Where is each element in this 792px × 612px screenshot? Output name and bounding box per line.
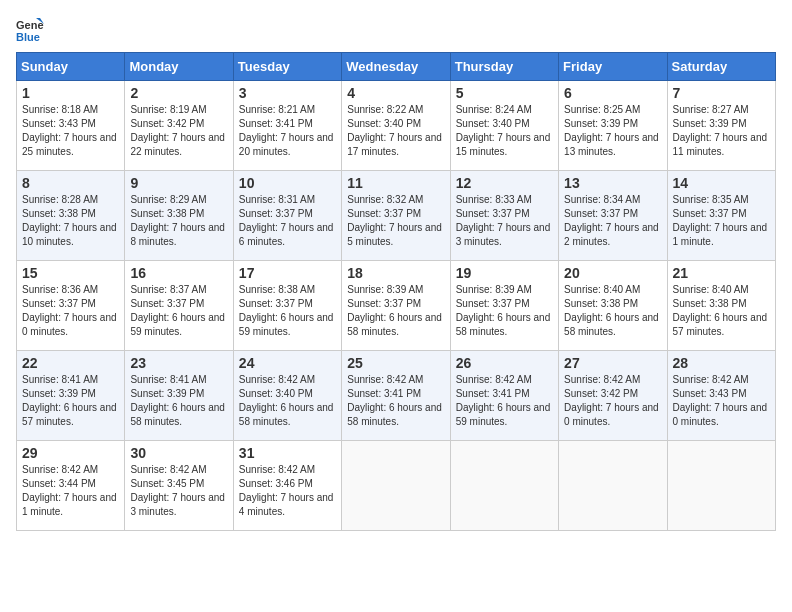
day-cell-12: 12Sunrise: 8:33 AMSunset: 3:37 PMDayligh… — [450, 171, 558, 261]
day-cell-17: 17Sunrise: 8:38 AMSunset: 3:37 PMDayligh… — [233, 261, 341, 351]
day-number: 10 — [239, 175, 336, 191]
day-number: 23 — [130, 355, 227, 371]
day-cell-13: 13Sunrise: 8:34 AMSunset: 3:37 PMDayligh… — [559, 171, 667, 261]
day-number: 30 — [130, 445, 227, 461]
day-info: Sunrise: 8:31 AMSunset: 3:37 PMDaylight:… — [239, 193, 336, 249]
day-number: 8 — [22, 175, 119, 191]
day-number: 3 — [239, 85, 336, 101]
day-info: Sunrise: 8:19 AMSunset: 3:42 PMDaylight:… — [130, 103, 227, 159]
week-row-2: 8Sunrise: 8:28 AMSunset: 3:38 PMDaylight… — [17, 171, 776, 261]
day-cell-2: 2Sunrise: 8:19 AMSunset: 3:42 PMDaylight… — [125, 81, 233, 171]
day-cell-20: 20Sunrise: 8:40 AMSunset: 3:38 PMDayligh… — [559, 261, 667, 351]
day-number: 28 — [673, 355, 770, 371]
svg-text:Blue: Blue — [16, 31, 40, 43]
day-cell-25: 25Sunrise: 8:42 AMSunset: 3:41 PMDayligh… — [342, 351, 450, 441]
day-info: Sunrise: 8:42 AMSunset: 3:42 PMDaylight:… — [564, 373, 661, 429]
header-day-tuesday: Tuesday — [233, 53, 341, 81]
header: General Blue — [16, 16, 776, 44]
day-number: 22 — [22, 355, 119, 371]
day-info: Sunrise: 8:35 AMSunset: 3:37 PMDaylight:… — [673, 193, 770, 249]
day-number: 27 — [564, 355, 661, 371]
day-cell-22: 22Sunrise: 8:41 AMSunset: 3:39 PMDayligh… — [17, 351, 125, 441]
day-cell-21: 21Sunrise: 8:40 AMSunset: 3:38 PMDayligh… — [667, 261, 775, 351]
day-cell-11: 11Sunrise: 8:32 AMSunset: 3:37 PMDayligh… — [342, 171, 450, 261]
header-day-monday: Monday — [125, 53, 233, 81]
empty-cell — [342, 441, 450, 531]
day-cell-8: 8Sunrise: 8:28 AMSunset: 3:38 PMDaylight… — [17, 171, 125, 261]
day-info: Sunrise: 8:32 AMSunset: 3:37 PMDaylight:… — [347, 193, 444, 249]
day-number: 9 — [130, 175, 227, 191]
week-row-3: 15Sunrise: 8:36 AMSunset: 3:37 PMDayligh… — [17, 261, 776, 351]
day-info: Sunrise: 8:29 AMSunset: 3:38 PMDaylight:… — [130, 193, 227, 249]
calendar-table: SundayMondayTuesdayWednesdayThursdayFrid… — [16, 52, 776, 531]
logo-icon: General Blue — [16, 16, 44, 44]
week-row-4: 22Sunrise: 8:41 AMSunset: 3:39 PMDayligh… — [17, 351, 776, 441]
day-number: 5 — [456, 85, 553, 101]
day-number: 19 — [456, 265, 553, 281]
empty-cell — [450, 441, 558, 531]
day-info: Sunrise: 8:18 AMSunset: 3:43 PMDaylight:… — [22, 103, 119, 159]
day-number: 20 — [564, 265, 661, 281]
day-info: Sunrise: 8:40 AMSunset: 3:38 PMDaylight:… — [673, 283, 770, 339]
day-cell-26: 26Sunrise: 8:42 AMSunset: 3:41 PMDayligh… — [450, 351, 558, 441]
day-number: 31 — [239, 445, 336, 461]
day-number: 2 — [130, 85, 227, 101]
day-number: 15 — [22, 265, 119, 281]
day-info: Sunrise: 8:27 AMSunset: 3:39 PMDaylight:… — [673, 103, 770, 159]
header-row: SundayMondayTuesdayWednesdayThursdayFrid… — [17, 53, 776, 81]
day-info: Sunrise: 8:39 AMSunset: 3:37 PMDaylight:… — [456, 283, 553, 339]
header-day-sunday: Sunday — [17, 53, 125, 81]
day-info: Sunrise: 8:40 AMSunset: 3:38 PMDaylight:… — [564, 283, 661, 339]
day-cell-24: 24Sunrise: 8:42 AMSunset: 3:40 PMDayligh… — [233, 351, 341, 441]
day-number: 16 — [130, 265, 227, 281]
empty-cell — [559, 441, 667, 531]
day-cell-31: 31Sunrise: 8:42 AMSunset: 3:46 PMDayligh… — [233, 441, 341, 531]
day-cell-29: 29Sunrise: 8:42 AMSunset: 3:44 PMDayligh… — [17, 441, 125, 531]
day-number: 25 — [347, 355, 444, 371]
day-cell-30: 30Sunrise: 8:42 AMSunset: 3:45 PMDayligh… — [125, 441, 233, 531]
day-info: Sunrise: 8:36 AMSunset: 3:37 PMDaylight:… — [22, 283, 119, 339]
day-info: Sunrise: 8:22 AMSunset: 3:40 PMDaylight:… — [347, 103, 444, 159]
day-number: 7 — [673, 85, 770, 101]
day-number: 14 — [673, 175, 770, 191]
day-number: 6 — [564, 85, 661, 101]
day-number: 18 — [347, 265, 444, 281]
day-cell-19: 19Sunrise: 8:39 AMSunset: 3:37 PMDayligh… — [450, 261, 558, 351]
day-info: Sunrise: 8:42 AMSunset: 3:43 PMDaylight:… — [673, 373, 770, 429]
logo: General Blue — [16, 16, 48, 44]
day-info: Sunrise: 8:34 AMSunset: 3:37 PMDaylight:… — [564, 193, 661, 249]
day-cell-5: 5Sunrise: 8:24 AMSunset: 3:40 PMDaylight… — [450, 81, 558, 171]
day-number: 12 — [456, 175, 553, 191]
day-info: Sunrise: 8:21 AMSunset: 3:41 PMDaylight:… — [239, 103, 336, 159]
day-cell-6: 6Sunrise: 8:25 AMSunset: 3:39 PMDaylight… — [559, 81, 667, 171]
day-cell-16: 16Sunrise: 8:37 AMSunset: 3:37 PMDayligh… — [125, 261, 233, 351]
day-info: Sunrise: 8:42 AMSunset: 3:46 PMDaylight:… — [239, 463, 336, 519]
day-cell-3: 3Sunrise: 8:21 AMSunset: 3:41 PMDaylight… — [233, 81, 341, 171]
day-number: 4 — [347, 85, 444, 101]
day-cell-1: 1Sunrise: 8:18 AMSunset: 3:43 PMDaylight… — [17, 81, 125, 171]
day-number: 13 — [564, 175, 661, 191]
day-info: Sunrise: 8:37 AMSunset: 3:37 PMDaylight:… — [130, 283, 227, 339]
day-cell-10: 10Sunrise: 8:31 AMSunset: 3:37 PMDayligh… — [233, 171, 341, 261]
day-number: 26 — [456, 355, 553, 371]
day-info: Sunrise: 8:33 AMSunset: 3:37 PMDaylight:… — [456, 193, 553, 249]
day-cell-9: 9Sunrise: 8:29 AMSunset: 3:38 PMDaylight… — [125, 171, 233, 261]
day-info: Sunrise: 8:41 AMSunset: 3:39 PMDaylight:… — [22, 373, 119, 429]
week-row-1: 1Sunrise: 8:18 AMSunset: 3:43 PMDaylight… — [17, 81, 776, 171]
day-info: Sunrise: 8:42 AMSunset: 3:45 PMDaylight:… — [130, 463, 227, 519]
header-day-thursday: Thursday — [450, 53, 558, 81]
day-info: Sunrise: 8:24 AMSunset: 3:40 PMDaylight:… — [456, 103, 553, 159]
day-info: Sunrise: 8:42 AMSunset: 3:41 PMDaylight:… — [347, 373, 444, 429]
day-cell-28: 28Sunrise: 8:42 AMSunset: 3:43 PMDayligh… — [667, 351, 775, 441]
header-day-saturday: Saturday — [667, 53, 775, 81]
day-cell-15: 15Sunrise: 8:36 AMSunset: 3:37 PMDayligh… — [17, 261, 125, 351]
day-number: 29 — [22, 445, 119, 461]
week-row-5: 29Sunrise: 8:42 AMSunset: 3:44 PMDayligh… — [17, 441, 776, 531]
day-number: 11 — [347, 175, 444, 191]
day-info: Sunrise: 8:38 AMSunset: 3:37 PMDaylight:… — [239, 283, 336, 339]
day-info: Sunrise: 8:42 AMSunset: 3:40 PMDaylight:… — [239, 373, 336, 429]
day-info: Sunrise: 8:42 AMSunset: 3:41 PMDaylight:… — [456, 373, 553, 429]
day-cell-18: 18Sunrise: 8:39 AMSunset: 3:37 PMDayligh… — [342, 261, 450, 351]
day-cell-4: 4Sunrise: 8:22 AMSunset: 3:40 PMDaylight… — [342, 81, 450, 171]
day-number: 17 — [239, 265, 336, 281]
